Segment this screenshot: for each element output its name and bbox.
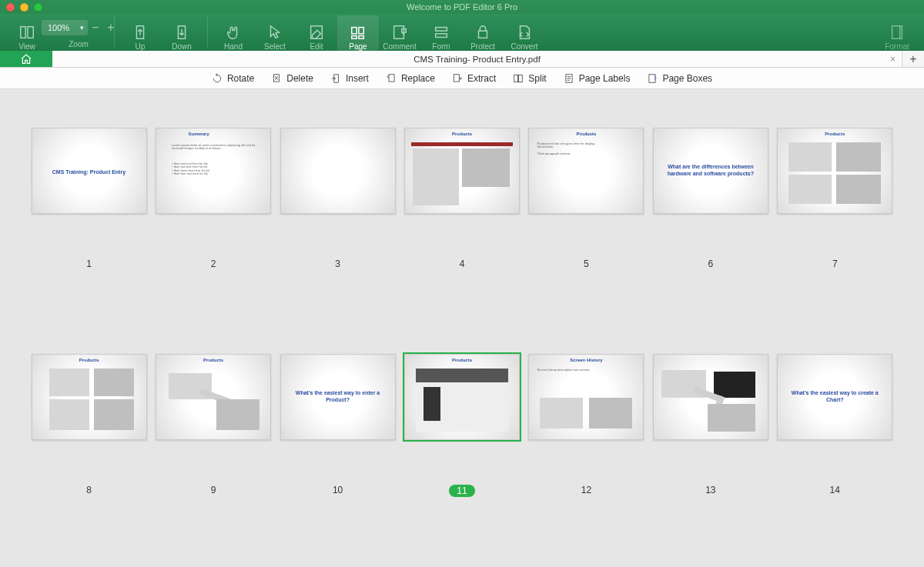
page-number: 3 <box>335 258 340 269</box>
page-thumb-10[interactable]: What's the easiest way to enter a Produc… <box>280 354 396 567</box>
svg-rect-8 <box>436 28 447 32</box>
page-thumb-12[interactable]: Screen History Screen history descriptio… <box>528 354 644 567</box>
rotate-icon <box>212 73 223 84</box>
svg-rect-13 <box>389 74 394 81</box>
svg-rect-6 <box>359 36 363 39</box>
page-boxes-button[interactable]: Page Boxes <box>647 73 712 84</box>
delete-icon <box>271 73 282 84</box>
zoom-label: Zoom <box>69 40 89 48</box>
page-thumb-1[interactable]: CMS Training: Product Entry 1 <box>31 128 147 354</box>
page-thumb-9[interactable]: Products 9 <box>155 354 271 567</box>
zoom-in-button[interactable]: + <box>103 20 119 35</box>
page-tool-button[interactable]: Page <box>337 15 379 51</box>
extract-icon <box>452 73 463 84</box>
select-icon <box>266 24 283 41</box>
replace-icon <box>386 73 397 84</box>
page-thumb-2[interactable]: Summary Lorem ipsum dolor sit amet conse… <box>155 128 271 354</box>
close-window-button[interactable] <box>6 3 15 12</box>
document-tab[interactable]: CMS Training- Product Entry.pdf × <box>52 51 902 67</box>
page-thumb-13[interactable]: 13 <box>652 354 768 567</box>
edit-tool-button[interactable]: Edit <box>296 15 337 51</box>
svg-rect-18 <box>649 74 655 82</box>
svg-rect-4 <box>359 28 363 34</box>
svg-rect-5 <box>352 36 357 39</box>
page-labels-button[interactable]: Page Labels <box>564 73 631 84</box>
svg-rect-3 <box>352 28 357 34</box>
page-number: 5 <box>584 258 589 269</box>
down-button[interactable]: Down <box>161 15 203 51</box>
page-thumb-5[interactable]: Products Product text line one goes here… <box>528 128 644 354</box>
hand-tool-button[interactable]: Hand <box>213 15 254 51</box>
hand-icon <box>225 24 242 41</box>
zoom-dropdown[interactable]: ▾ <box>75 20 88 35</box>
rotate-button[interactable]: Rotate <box>212 73 254 84</box>
zoom-out-button[interactable]: − <box>88 20 103 35</box>
svg-rect-1 <box>28 27 33 38</box>
window-titlebar: Welcome to PDF Editor 6 Pro <box>0 0 924 14</box>
page-subtoolbar: Rotate Delete Insert Replace Extract Spl… <box>0 68 924 89</box>
page-number: 8 <box>86 485 92 495</box>
page-icon <box>350 24 367 41</box>
thumbnail-canvas[interactable]: CMS Training: Product Entry 1 Summary Lo… <box>0 89 924 567</box>
edit-icon <box>308 24 325 41</box>
comment-tool-button[interactable]: Comment <box>379 15 420 51</box>
up-icon <box>132 24 149 41</box>
split-button[interactable]: Split <box>513 73 546 84</box>
page-number: 6 <box>708 258 714 269</box>
page-thumb-3[interactable]: 3 <box>280 128 396 354</box>
home-tab[interactable] <box>0 51 52 67</box>
svg-rect-14 <box>454 74 459 81</box>
svg-rect-9 <box>436 34 447 38</box>
delete-button[interactable]: Delete <box>271 73 313 84</box>
page-number: 13 <box>705 485 715 495</box>
page-number: 14 <box>830 485 840 495</box>
fullscreen-window-button[interactable] <box>34 3 42 12</box>
down-icon <box>173 24 190 41</box>
insert-button[interactable]: Insert <box>330 73 369 84</box>
page-thumb-6[interactable]: What are the differences between hardwar… <box>652 128 768 354</box>
close-tab-button[interactable]: × <box>890 54 896 65</box>
page-number: 4 <box>460 258 465 269</box>
extract-button[interactable]: Extract <box>452 73 496 84</box>
page-boxes-icon <box>647 73 658 84</box>
page-number: 10 <box>333 485 343 495</box>
protect-icon <box>474 24 491 41</box>
form-icon <box>433 24 450 41</box>
view-button[interactable]: View <box>6 15 48 51</box>
page-thumb-4[interactable]: Products 4 <box>403 128 520 354</box>
main-toolbar: View 100% ▾ − + Zoom Up Down Hand Select… <box>0 14 924 51</box>
page-thumb-8[interactable]: Products 8 <box>31 354 147 567</box>
format-panel-button[interactable]: Format <box>876 15 918 51</box>
svg-rect-10 <box>479 31 487 38</box>
svg-rect-0 <box>21 27 25 38</box>
svg-rect-11 <box>892 26 902 39</box>
comment-icon <box>391 24 408 41</box>
select-tool-button[interactable]: Select <box>254 15 296 51</box>
window-title: Welcome to PDF Editor 6 Pro <box>0 0 924 14</box>
insert-icon <box>330 73 341 84</box>
thumbnail-grid: CMS Training: Product Entry 1 Summary Lo… <box>0 89 924 567</box>
page-thumb-11[interactable]: Products 11 <box>403 354 520 567</box>
page-number: 7 <box>832 258 838 269</box>
minimize-window-button[interactable] <box>20 3 28 12</box>
convert-icon <box>516 24 533 41</box>
page-number: 1 <box>86 258 92 269</box>
page-thumb-7[interactable]: Products 7 <box>777 128 893 354</box>
form-tool-button[interactable]: Form <box>420 15 462 51</box>
zoom-control[interactable]: 100% ▾ − + <box>42 20 119 35</box>
protect-tool-button[interactable]: Protect <box>462 15 504 51</box>
page-thumb-14[interactable]: What's the easiest way to create a Chart… <box>777 354 893 567</box>
convert-tool-button[interactable]: Convert <box>504 15 545 51</box>
view-icon <box>18 24 35 41</box>
split-icon <box>513 73 524 84</box>
home-icon <box>19 53 33 65</box>
svg-rect-15 <box>514 75 518 82</box>
up-button[interactable]: Up <box>119 15 161 51</box>
traffic-lights <box>6 3 42 12</box>
tab-strip: CMS Training- Product Entry.pdf × + <box>0 51 924 68</box>
new-tab-button[interactable]: + <box>902 51 924 67</box>
page-number: 11 <box>449 485 474 497</box>
replace-button[interactable]: Replace <box>386 73 435 84</box>
document-tab-title: CMS Training- Product Entry.pdf <box>413 55 541 64</box>
page-number: 2 <box>211 258 216 269</box>
